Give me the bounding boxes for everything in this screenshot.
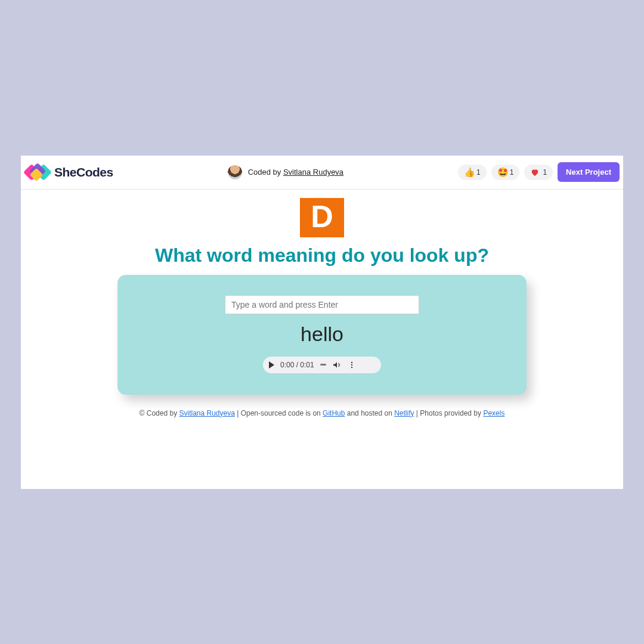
search-input[interactable]	[225, 295, 419, 314]
audio-time: 0:00 / 0:01	[280, 361, 314, 369]
volume-icon[interactable]	[332, 360, 342, 370]
current-word: hello	[129, 323, 515, 346]
svg-point-2	[351, 366, 352, 367]
footer-github-link[interactable]: GitHub	[323, 409, 345, 417]
heart-icon	[530, 168, 540, 177]
footer-mid1: | Open-sourced code is on	[235, 409, 323, 417]
main-content: D What word meaning do you look up? hell…	[21, 190, 623, 417]
star-struck-icon: 🤩	[497, 168, 507, 177]
reaction-thumbs-count: 1	[476, 168, 481, 177]
reaction-star-eyes-count: 1	[510, 168, 514, 177]
coded-by-prefix: Coded by	[248, 168, 283, 177]
thumbs-up-icon: 👍	[464, 168, 473, 177]
audio-player[interactable]: 0:00 / 0:01	[263, 357, 381, 373]
more-icon[interactable]	[348, 361, 356, 369]
page: SheCodes Coded by Svitlana Rudyeva 👍 1 🤩…	[21, 156, 623, 489]
play-icon[interactable]	[269, 361, 274, 369]
search-card: hello 0:00 / 0:01	[117, 275, 527, 395]
brand-logo[interactable]: SheCodes	[24, 162, 113, 183]
shecodes-logo-icon	[24, 162, 51, 183]
credit-line: Coded by Svitlana Rudyeva	[228, 165, 343, 179]
footer-pexels-link[interactable]: Pexels	[483, 409, 504, 417]
svg-point-1	[351, 364, 352, 365]
main-heading: What word meaning do you look up?	[21, 244, 623, 267]
reaction-star-eyes[interactable]: 🤩 1	[491, 165, 520, 180]
footer-author-link[interactable]: Svitlana Rudyeva	[179, 409, 234, 417]
author-link[interactable]: Svitlana Rudyeva	[283, 168, 343, 177]
brand-name: SheCodes	[54, 165, 113, 179]
reaction-thumbs[interactable]: 👍 1	[458, 165, 487, 180]
reaction-heart[interactable]: 1	[524, 165, 553, 180]
next-project-button[interactable]: Next Project	[558, 162, 620, 182]
progress-indicator-icon	[320, 364, 326, 366]
topbar: SheCodes Coded by Svitlana Rudyeva 👍 1 🤩…	[21, 156, 623, 190]
app-tile: D	[300, 198, 344, 237]
footer-prefix: © Coded by	[140, 409, 179, 417]
footer: © Coded by Svitlana Rudyeva | Open-sourc…	[21, 409, 623, 417]
svg-point-0	[351, 361, 352, 363]
reaction-heart-count: 1	[543, 168, 547, 177]
avatar	[228, 165, 242, 179]
footer-mid2: and hosted on	[345, 409, 394, 417]
footer-mid3: | Photos provided by	[414, 409, 484, 417]
footer-netlify-link[interactable]: Netlify	[394, 409, 414, 417]
topbar-right: 👍 1 🤩 1 1 Next Project	[458, 162, 620, 182]
